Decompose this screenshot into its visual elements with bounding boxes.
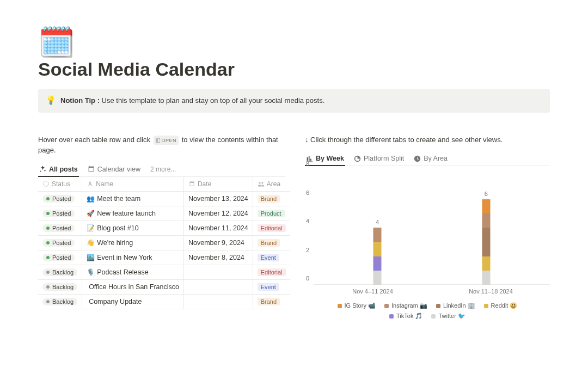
people-icon xyxy=(258,180,265,187)
area-tag: Brand xyxy=(258,239,280,247)
table-row[interactable]: Posted👥Meet the teamNovember 13, 2024Bra… xyxy=(38,191,290,206)
table-row[interactable]: Posted👋We're hiringNovember 9, 2024Brand xyxy=(38,235,290,250)
status-dot xyxy=(46,285,50,289)
legend-item[interactable]: Instagram 📷 xyxy=(384,302,427,309)
legend-item[interactable]: TikTok 🎵 xyxy=(389,313,422,320)
status-dot xyxy=(46,271,50,274)
row-date: November 11, 2024 xyxy=(183,221,253,235)
row-name: Event in New York xyxy=(97,254,152,261)
tab-all-posts-label: All posts xyxy=(49,166,78,173)
status-pill: Posted xyxy=(42,239,75,247)
status-text: Posted xyxy=(52,195,71,202)
area-tag: Brand xyxy=(258,298,280,305)
status-pill: Backlog xyxy=(42,283,77,291)
bar-group[interactable]: 4 xyxy=(373,228,382,285)
open-chip: OPEN xyxy=(154,136,179,145)
status-text: Posted xyxy=(52,210,71,217)
row-emoji: 🎙️ xyxy=(87,268,95,276)
status-dot xyxy=(46,300,50,303)
row-date: November 9, 2024 xyxy=(183,235,253,250)
y-tick: 6 xyxy=(306,189,309,196)
donut-icon xyxy=(354,155,361,162)
open-chip-icon xyxy=(156,138,160,143)
tab-platform-split-label: Platform Split xyxy=(364,155,404,162)
legend-item[interactable]: IG Story 📹 xyxy=(338,302,376,309)
bar-segment xyxy=(373,256,382,271)
bar-group[interactable]: 6 xyxy=(482,199,490,285)
row-emoji: 📝 xyxy=(87,224,95,232)
row-name: Blog post #10 xyxy=(97,224,138,232)
y-tick: 4 xyxy=(306,218,309,224)
y-tick: 0 xyxy=(306,275,309,282)
row-name: New feature launch xyxy=(97,210,156,217)
area-tag: Event xyxy=(258,283,279,291)
status-text: Posted xyxy=(52,254,71,261)
bar-segment xyxy=(373,228,382,242)
row-emoji: 🚀 xyxy=(87,210,95,217)
status-text: Posted xyxy=(52,240,71,246)
row-date xyxy=(183,279,253,294)
tab-by-week[interactable]: By Week xyxy=(305,151,345,166)
row-emoji: 🏙️ xyxy=(87,254,95,261)
right-hint: ↓ Click through the different tabs to cr… xyxy=(305,134,550,145)
area-tag: Product xyxy=(258,210,285,217)
tab-all-posts[interactable]: All posts xyxy=(38,162,79,176)
status-pill: Backlog xyxy=(42,298,77,305)
table-row[interactable]: Posted🏙️Event in New YorkNovember 8, 202… xyxy=(38,250,290,265)
legend-swatch xyxy=(384,304,389,308)
table-row[interactable]: BacklogOffice Hours in San FranciscoEven… xyxy=(38,279,290,294)
lightbulb-icon: 💡 xyxy=(46,95,56,105)
col-name[interactable]: Name xyxy=(82,177,184,192)
chart: 0246846 Nov 4–11 2024Nov 11–18 2024 IG S… xyxy=(305,166,550,320)
legend-swatch xyxy=(338,304,342,308)
x-axis xyxy=(314,284,550,285)
legend-label: TikTok 🎵 xyxy=(396,313,422,320)
bar-segment xyxy=(482,199,490,213)
legend-item[interactable]: LinkedIn 🏢 xyxy=(436,302,475,309)
row-name: Meet the team xyxy=(97,195,140,203)
col-status[interactable]: Status xyxy=(38,177,82,192)
tab-by-area[interactable]: By Area xyxy=(413,151,449,166)
table-row[interactable]: Posted🚀New feature launchNovember 12, 20… xyxy=(38,206,290,221)
legend-swatch xyxy=(389,314,394,319)
page-title: Social Media Calendar xyxy=(38,59,550,80)
svg-point-0 xyxy=(44,181,49,186)
col-area[interactable]: Area xyxy=(253,177,290,192)
bar-segment xyxy=(482,256,490,271)
left-hint: Hover over each table row and click OPEN… xyxy=(38,134,285,156)
bar-segment xyxy=(482,213,490,228)
status-text: Backlog xyxy=(52,298,74,305)
legend-item[interactable]: Reddit 😃 xyxy=(484,302,518,309)
status-text: Posted xyxy=(52,225,71,231)
callout: 💡 Notion Tip : Use this template to plan… xyxy=(38,89,550,113)
area-tag: Event xyxy=(258,254,279,261)
bar-segment xyxy=(482,271,490,285)
page-icon[interactable]: 🗓️ xyxy=(38,27,550,57)
legend-item[interactable]: Twitter 🐦 xyxy=(431,313,465,320)
table-row[interactable]: Posted📝Blog post #10November 11, 2024Edi… xyxy=(38,221,290,235)
tab-calendar-view-label: Calendar view xyxy=(97,166,140,173)
area-tag: Editorial xyxy=(258,224,286,232)
tab-more[interactable]: 2 more... xyxy=(149,162,177,176)
calendar-icon xyxy=(88,166,95,173)
y-tick: 2 xyxy=(306,247,309,253)
right-tabs: By Week Platform Split By Area xyxy=(305,151,550,166)
tab-calendar-view[interactable]: Calendar view xyxy=(87,162,142,176)
status-pill: Posted xyxy=(42,210,75,217)
table-row[interactable]: Backlog🎙️Podcast ReleaseEditorial xyxy=(38,265,290,279)
table-row[interactable]: BacklogCompany UpdateBrand xyxy=(38,294,290,309)
status-dot xyxy=(46,256,50,259)
tab-platform-split[interactable]: Platform Split xyxy=(353,151,405,166)
col-date[interactable]: Date xyxy=(183,177,253,192)
row-date xyxy=(183,265,253,279)
status-pill: Backlog xyxy=(42,268,77,276)
legend-swatch xyxy=(484,304,488,308)
sparkle-icon xyxy=(39,166,46,173)
status-text: Backlog xyxy=(52,284,74,290)
calendar-small-icon xyxy=(188,180,195,187)
bar-segment xyxy=(373,271,382,285)
x-label: Nov 11–18 2024 xyxy=(432,288,550,295)
row-emoji: 👥 xyxy=(87,195,95,203)
tab-by-area-label: By Area xyxy=(424,155,448,162)
text-icon xyxy=(87,180,94,187)
